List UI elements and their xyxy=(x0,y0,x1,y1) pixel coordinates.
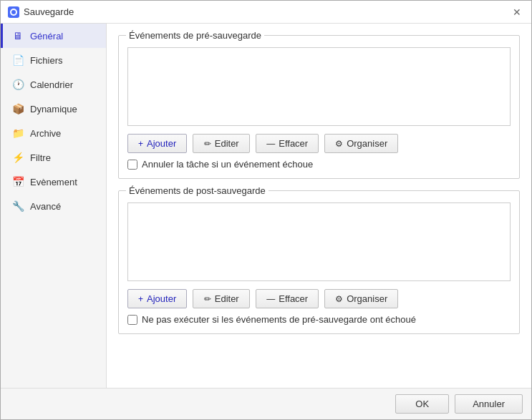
cancel-button[interactable]: Annuler xyxy=(455,394,523,414)
footer: OK Annuler xyxy=(1,388,531,419)
calendrier-label: Calendrier xyxy=(30,79,73,90)
pre-edit-button[interactable]: ✏ Editer xyxy=(193,134,250,153)
pre-add-label: Ajouter xyxy=(147,138,176,149)
evenement-icon: 📅 xyxy=(11,176,24,187)
sidebar-item-dynamique[interactable]: 📦Dynamique xyxy=(1,97,106,121)
main-panel: Événements de pré-sauvegarde + Ajouter ✏… xyxy=(107,24,531,388)
filtre-label: Filtre xyxy=(30,152,51,163)
archive-label: Archive xyxy=(30,128,61,139)
sidebar-item-avance[interactable]: 🔧Avancé xyxy=(1,194,106,218)
post-section-label: Événements de post-sauvegarde xyxy=(126,185,269,196)
pre-add-icon: + xyxy=(138,139,143,149)
post-add-label: Ajouter xyxy=(147,293,176,304)
post-save-textarea[interactable] xyxy=(127,202,511,281)
dynamique-label: Dynamique xyxy=(30,104,77,114)
post-delete-label: Effacer xyxy=(279,293,308,304)
sidebar-item-evenement[interactable]: 📅Evènement xyxy=(1,170,106,194)
general-label: Général xyxy=(30,31,63,41)
pre-delete-label: Effacer xyxy=(279,138,308,149)
sidebar-item-filtre[interactable]: ⚡Filtre xyxy=(1,145,106,170)
archive-icon: 📁 xyxy=(11,127,24,139)
avance-label: Avancé xyxy=(30,201,61,212)
post-organize-icon: ⚙ xyxy=(335,294,343,304)
post-checkbox-row: Ne pas exécuter si les événements de pré… xyxy=(127,314,511,325)
post-checkbox[interactable] xyxy=(127,315,137,325)
pre-edit-label: Editer xyxy=(215,138,239,149)
pre-checkbox-label: Annuler la tâche si un événement échoue xyxy=(142,159,313,170)
post-checkbox-label: Ne pas exécuter si les événements de pré… xyxy=(142,314,416,325)
post-button-row: + Ajouter ✏ Editer — Effacer ⚙ Organiser xyxy=(127,289,511,308)
close-button[interactable]: ✕ xyxy=(510,5,524,19)
sidebar-item-general[interactable]: 🖥Général xyxy=(1,24,106,48)
app-icon xyxy=(8,6,19,18)
dynamique-icon: 📦 xyxy=(11,103,24,114)
sidebar-item-archive[interactable]: 📁Archive xyxy=(1,121,106,145)
dialog: Sauvegarde ✕ 🖥Général📄Fichiers🕐Calendrie… xyxy=(0,0,532,420)
post-add-icon: + xyxy=(138,294,143,304)
ok-button[interactable]: OK xyxy=(395,394,449,414)
pre-checkbox-row: Annuler la tâche si un événement échoue xyxy=(127,159,511,170)
pre-add-button[interactable]: + Ajouter xyxy=(127,134,187,153)
post-organize-button[interactable]: ⚙ Organiser xyxy=(324,289,398,308)
pre-save-textarea[interactable] xyxy=(127,47,511,126)
post-delete-icon: — xyxy=(266,294,275,304)
pre-checkbox[interactable] xyxy=(127,160,137,170)
sidebar: 🖥Général📄Fichiers🕐Calendrier📦Dynamique📁A… xyxy=(1,24,107,388)
post-add-button[interactable]: + Ajouter xyxy=(127,289,187,308)
sidebar-item-calendrier[interactable]: 🕐Calendrier xyxy=(1,72,106,97)
content-area: 🖥Général📄Fichiers🕐Calendrier📦Dynamique📁A… xyxy=(1,24,531,388)
sidebar-item-fichiers[interactable]: 📄Fichiers xyxy=(1,48,106,72)
calendrier-icon: 🕐 xyxy=(11,79,24,90)
evenement-label: Evènement xyxy=(30,177,77,187)
title-bar: Sauvegarde ✕ xyxy=(1,1,531,24)
pre-save-section: Événements de pré-sauvegarde + Ajouter ✏… xyxy=(118,35,520,179)
post-edit-icon: ✏ xyxy=(204,294,211,304)
pre-organize-label: Organiser xyxy=(347,138,387,149)
pre-organize-icon: ⚙ xyxy=(335,139,343,149)
pre-organize-button[interactable]: ⚙ Organiser xyxy=(324,134,398,153)
post-organize-label: Organiser xyxy=(347,293,387,304)
post-save-section: Événements de post-sauvegarde + Ajouter … xyxy=(118,190,520,334)
pre-delete-button[interactable]: — Effacer xyxy=(256,134,319,153)
svg-point-1 xyxy=(11,10,16,14)
general-icon: 🖥 xyxy=(11,30,24,41)
fichiers-label: Fichiers xyxy=(30,55,63,66)
avance-icon: 🔧 xyxy=(11,200,24,212)
post-delete-button[interactable]: — Effacer xyxy=(256,289,319,308)
pre-edit-icon: ✏ xyxy=(204,139,211,149)
filtre-icon: ⚡ xyxy=(11,152,24,163)
pre-button-row: + Ajouter ✏ Editer — Effacer ⚙ Organiser xyxy=(127,134,511,153)
fichiers-icon: 📄 xyxy=(11,54,24,66)
dialog-title: Sauvegarde xyxy=(24,6,74,17)
post-edit-label: Editer xyxy=(215,293,239,304)
title-bar-left: Sauvegarde xyxy=(8,6,74,18)
post-edit-button[interactable]: ✏ Editer xyxy=(193,289,250,308)
pre-section-label: Événements de pré-sauvegarde xyxy=(126,30,264,41)
pre-delete-icon: — xyxy=(266,139,275,149)
